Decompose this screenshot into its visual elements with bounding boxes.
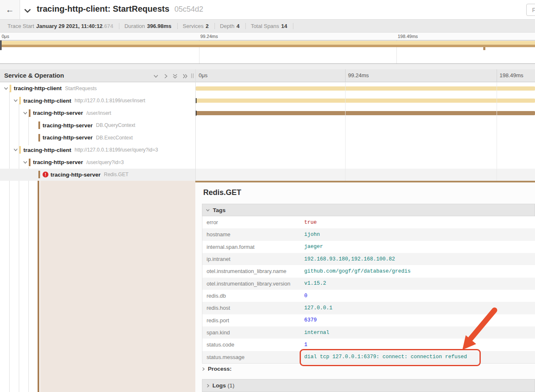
summary-label: Total Spans — [251, 23, 279, 29]
tag-value: dial tcp 127.0.0.1:6379: connect: connec… — [304, 354, 467, 360]
span-row[interactable]: tracing-http-server DB.ExecContext — [0, 132, 535, 144]
span-row[interactable]: tracing-http-server DB.QueryContext — [0, 119, 535, 132]
span-duration-bar[interactable] — [196, 86, 535, 91]
span-timeline-cell[interactable] — [195, 119, 535, 132]
span-expander-chevron-icon[interactable] — [22, 111, 28, 116]
span-row[interactable]: tracing-http-client StartRequests — [0, 82, 535, 95]
service-name: tracing-http-server — [43, 122, 93, 129]
tag-key: ip.intranet — [202, 256, 304, 262]
column-resize-handle[interactable] — [191, 73, 194, 78]
timeline-gridline — [345, 82, 346, 181]
span-timeline-cell[interactable] — [195, 95, 535, 107]
span-expander-chevron-icon[interactable] — [12, 98, 19, 103]
span-tree-cell[interactable]: tracing-http-server DB.QueryContext — [0, 119, 195, 132]
selected-span-indent-background — [40, 181, 195, 392]
span-timeline-cell[interactable] — [195, 156, 535, 169]
span-tree-cell[interactable]: tracing-http-client http://127.0.0.1:819… — [0, 144, 195, 157]
summary-value: 4 — [237, 23, 240, 29]
tags-section-header[interactable]: Tags — [202, 204, 535, 216]
find-input[interactable]: F — [526, 4, 535, 16]
service-color-chip — [29, 109, 30, 117]
span-row[interactable]: tracing-http-client http://127.0.0.1:819… — [0, 144, 535, 157]
minimap-scrubber-handle[interactable] — [0, 40, 2, 50]
expand-all-icon[interactable] — [181, 73, 189, 79]
expand-one-icon[interactable] — [162, 73, 169, 79]
tag-key: redis.host — [202, 305, 304, 311]
timeline-tick-label: 0μs — [199, 72, 207, 78]
tag-value: internal — [304, 330, 329, 336]
span-row[interactable]: ! tracing-http-server Redis.GET — [0, 169, 535, 181]
span-tree-cell[interactable]: tracing-http-server DB.ExecContext — [0, 132, 195, 144]
span-timeline-cell[interactable] — [195, 144, 535, 157]
service-name: tracing-http-client — [14, 85, 62, 91]
trace-summary-bar: Trace Start January 29 2021, 11:40:12 .6… — [0, 20, 535, 33]
summary-item: Trace Start January 29 2021, 11:40:12 .6… — [3, 23, 119, 29]
service-name: tracing-http-server — [33, 159, 83, 165]
process-section-header[interactable]: Process: — [202, 366, 232, 372]
span-tree-cell[interactable]: tracing-http-server /user/query?id=3 — [0, 156, 195, 169]
span-expander-chevron-icon[interactable] — [22, 160, 28, 165]
timeline-gridline — [497, 69, 497, 82]
section-gap — [0, 64, 535, 69]
tag-row: error true — [202, 216, 535, 228]
span-tree-cell[interactable]: ! tracing-http-server Redis.GET — [0, 169, 195, 181]
summary-item: Duration 396.98ms — [119, 23, 178, 29]
service-color-chip — [38, 171, 40, 178]
summary-value-suffix: .674 — [103, 23, 113, 29]
span-timeline-cell[interactable] — [195, 107, 535, 119]
span-expander-chevron-icon[interactable] — [12, 147, 19, 152]
span-duration-bar[interactable] — [196, 111, 535, 115]
logs-section-header[interactable]: Logs (1) — [202, 379, 535, 392]
operation-name: /user/insert — [86, 110, 111, 116]
tag-key: span.kind — [202, 329, 304, 336]
selected-span-guide-line — [38, 181, 39, 392]
tag-key: status.message — [202, 354, 304, 360]
operation-name: /user/query?id=3 — [86, 159, 124, 165]
trace-id: 05c54d2 — [174, 5, 203, 14]
span-tree-cell[interactable]: tracing-http-client StartRequests — [0, 82, 195, 95]
span-row[interactable]: tracing-http-server /user/query?id=3 — [0, 156, 535, 169]
trace-title-collapse-chevron-icon[interactable] — [24, 7, 31, 15]
span-tree-cell[interactable]: tracing-http-server /user/insert — [0, 107, 195, 119]
span-row[interactable]: tracing-http-client http://127.0.0.1:819… — [0, 95, 535, 107]
span-row[interactable]: tracing-http-server /user/insert — [0, 107, 535, 119]
page-title: tracing-http-client: StartRequests — [37, 4, 169, 14]
summary-value: January 29 2021, 11:40:12 — [36, 23, 103, 29]
summary-value: 396.98ms — [147, 23, 172, 29]
tag-key: otel.instrumentation_library.version — [202, 281, 304, 287]
back-arrow-icon: ← — [6, 5, 14, 15]
span-timeline-cell[interactable] — [195, 132, 535, 144]
tag-row: status.message dial tcp 127.0.0.1:6379: … — [202, 351, 535, 363]
service-color-chip — [10, 85, 11, 92]
error-icon: ! — [43, 172, 48, 177]
service-color-chip — [19, 146, 21, 154]
collapse-one-icon[interactable] — [152, 73, 159, 79]
tags-section-label: Tags — [213, 207, 226, 213]
span-tree-cell[interactable]: tracing-http-client http://127.0.0.1:819… — [0, 95, 195, 107]
tag-value: jaeger — [304, 244, 323, 250]
tree-guide-line — [28, 167, 29, 392]
span-timeline-cell[interactable] — [195, 82, 535, 95]
span-detail-panel: Redis.GET Tags error true hostname ijohn — [195, 181, 535, 392]
tag-value: ijohn — [304, 232, 320, 238]
collapse-all-icon[interactable] — [171, 73, 179, 79]
tag-key: error — [202, 219, 304, 225]
tag-value: true — [304, 220, 317, 225]
trace-minimap[interactable] — [0, 40, 535, 64]
tag-row: otel.instrumentation_library.version v1.… — [202, 278, 535, 290]
operation-name: DB.QueryContext — [96, 122, 135, 128]
tag-value: 1 — [304, 342, 308, 348]
tag-value: 6379 — [304, 317, 317, 323]
span-expander-chevron-icon[interactable] — [3, 86, 9, 91]
service-color-chip — [38, 121, 40, 129]
span-duration-bar[interactable] — [196, 99, 535, 103]
find-input-text: F — [532, 7, 535, 13]
summary-label: Services — [183, 23, 204, 29]
minimap-span-band-client — [0, 41, 535, 45]
tag-key: internal.span.format — [202, 244, 304, 250]
tag-key: otel.instrumentation_library.name — [202, 268, 304, 274]
back-button[interactable]: ← — [0, 0, 20, 19]
operation-name: Redis.GET — [104, 172, 129, 177]
tag-value: 127.0.0.1 — [304, 305, 333, 311]
span-timeline-cell[interactable] — [195, 169, 535, 181]
